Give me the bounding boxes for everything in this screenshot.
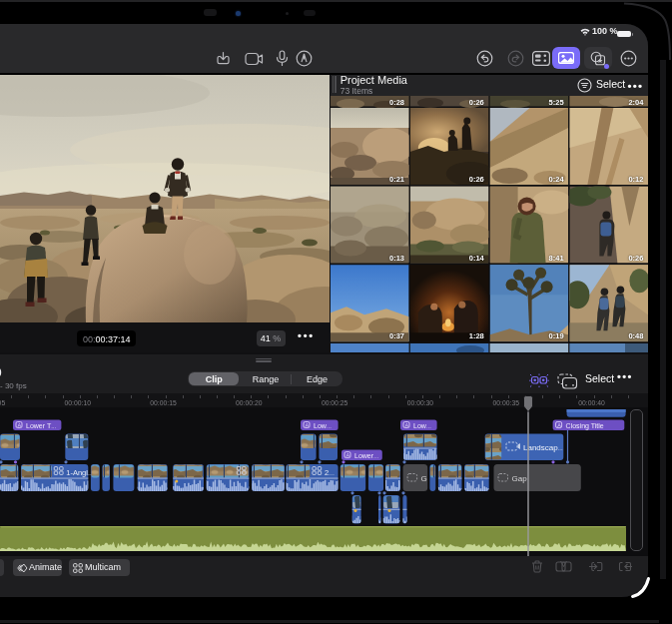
svg-text:Lower...: Lower...	[354, 452, 378, 459]
svg-text:1-Angl...: 1-Angl...	[66, 468, 94, 477]
svg-text:2...: 2...	[325, 468, 335, 477]
svg-text:A: A	[405, 422, 409, 428]
svg-text:Closing Title: Closing Title	[566, 422, 604, 430]
svg-text:A: A	[557, 422, 561, 428]
svg-text:Low...: Low...	[314, 422, 332, 429]
svg-text:Lower T...: Lower T...	[26, 422, 57, 429]
svg-text:A: A	[346, 452, 350, 458]
svg-text:A: A	[18, 422, 22, 428]
svg-text:G: G	[421, 474, 427, 483]
svg-text:Low...: Low...	[413, 422, 431, 429]
svg-text:A: A	[306, 422, 310, 428]
